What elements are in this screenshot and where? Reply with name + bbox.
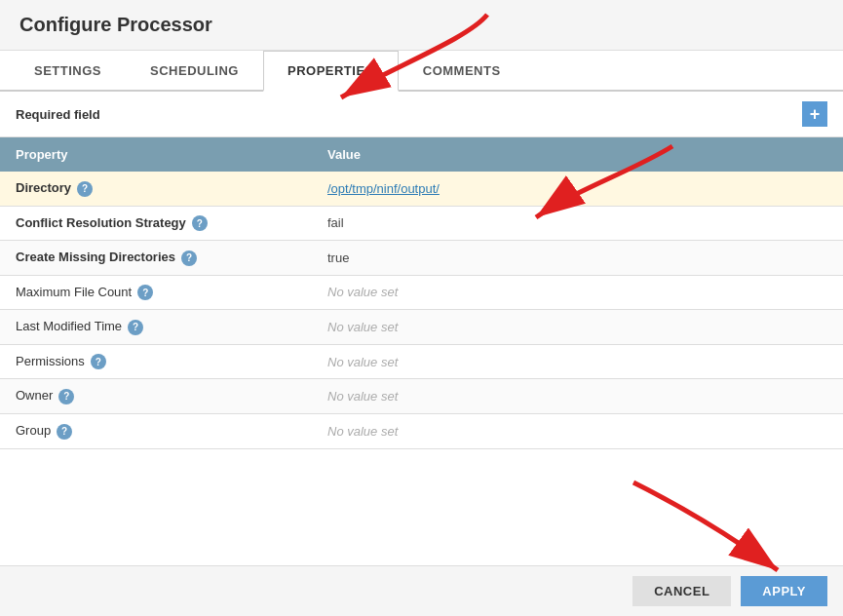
- prop-value-cell: No value set: [312, 275, 843, 310]
- prop-name-cell: Create Missing Directories?: [0, 241, 312, 276]
- dialog-footer: CANCEL APPLY: [0, 565, 843, 616]
- configure-processor-dialog: Configure Processor SETTINGS SCHEDULING …: [0, 0, 843, 616]
- tab-comments[interactable]: COMMENTS: [399, 51, 525, 92]
- help-icon[interactable]: ?: [181, 250, 197, 266]
- help-icon[interactable]: ?: [128, 320, 143, 335]
- property-name: Group: [16, 423, 51, 438]
- prop-name-cell: Group?: [0, 413, 312, 448]
- col-header-value: Value: [312, 137, 843, 172]
- prop-value-cell: No value set: [312, 413, 843, 448]
- prop-value-cell[interactable]: /opt/tmp/ninf/output/: [312, 172, 843, 206]
- help-icon[interactable]: ?: [57, 424, 72, 440]
- help-icon[interactable]: ?: [137, 285, 153, 300]
- property-name: Directory: [16, 180, 71, 195]
- properties-table: Property Value Directory?/opt/tmp/ninf/o…: [0, 137, 843, 449]
- apply-button[interactable]: APPLY: [741, 576, 827, 606]
- property-name: Permissions: [16, 354, 85, 368]
- property-name: Create Missing Directories: [16, 250, 175, 264]
- tabs-bar: SETTINGS SCHEDULING PROPERTIES COMMENTS: [0, 51, 843, 92]
- help-icon[interactable]: ?: [58, 389, 74, 404]
- col-header-property: Property: [0, 137, 312, 172]
- cancel-button[interactable]: CANCEL: [632, 576, 731, 606]
- properties-content: Required field + Property Value Director…: [0, 92, 843, 565]
- prop-value-cell: No value set: [312, 379, 843, 414]
- prop-value-cell: No value set: [312, 344, 843, 379]
- prop-name-cell: Owner?: [0, 379, 312, 414]
- tab-properties[interactable]: PROPERTIES: [263, 51, 399, 92]
- required-field-label: Required field: [16, 107, 100, 122]
- prop-value-cell: true: [312, 241, 843, 276]
- property-name: Last Modified Time: [16, 319, 122, 333]
- prop-value-cell: fail: [312, 206, 843, 241]
- help-icon[interactable]: ?: [91, 354, 106, 369]
- help-icon[interactable]: ?: [192, 215, 208, 231]
- prop-name-cell: Directory?: [0, 172, 312, 206]
- property-name: Maximum File Count: [16, 285, 132, 299]
- prop-value-cell: No value set: [312, 310, 843, 345]
- dialog-title: Configure Processor: [19, 14, 212, 35]
- property-name: Conflict Resolution Strategy: [16, 215, 186, 230]
- prop-name-cell: Last Modified Time?: [0, 310, 312, 345]
- add-property-button[interactable]: +: [802, 101, 827, 127]
- tab-settings[interactable]: SETTINGS: [10, 51, 126, 92]
- prop-name-cell: Maximum File Count?: [0, 275, 312, 310]
- help-icon[interactable]: ?: [77, 181, 93, 197]
- required-field-bar: Required field +: [0, 92, 843, 137]
- prop-name-cell: Permissions?: [0, 344, 312, 379]
- prop-name-cell: Conflict Resolution Strategy?: [0, 206, 312, 241]
- dialog-header: Configure Processor: [0, 0, 843, 51]
- property-name: Owner: [16, 388, 53, 403]
- tab-scheduling[interactable]: SCHEDULING: [126, 51, 263, 92]
